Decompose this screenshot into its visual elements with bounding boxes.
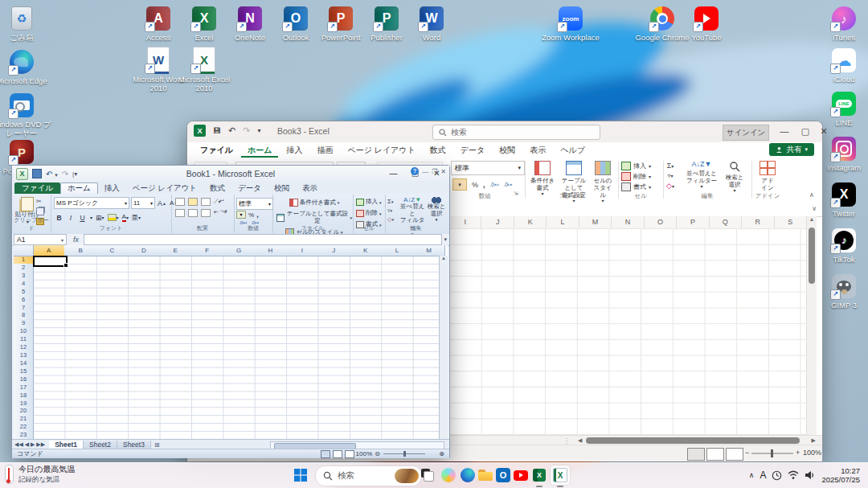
desktop-icon-windows-dvd-player[interactable]: ↗Windows DVD プレーヤー <box>0 92 52 138</box>
comma-style-button[interactable]: , <box>483 181 485 189</box>
column-header-G[interactable]: G <box>223 245 255 256</box>
column-header-E[interactable]: E <box>160 245 192 256</box>
zoom-out-button[interactable]: ⊖ <box>375 450 380 457</box>
minimize-button[interactable]: — <box>774 121 795 141</box>
desktop-icon-word[interactable]: W↗Word <box>401 5 462 43</box>
column-header-I[interactable]: I <box>286 245 318 256</box>
align-left-icon[interactable] <box>175 209 185 217</box>
align-top-icon[interactable] <box>175 198 185 206</box>
insert-cells-button[interactable]: 挿入▾ <box>621 162 651 170</box>
desktop-icon-icloud[interactable]: ☁↗iCloud <box>813 47 868 84</box>
zoom-slider-handle[interactable] <box>403 451 406 457</box>
sheet-nav-icons[interactable]: ◀◀ ◀ ▶ ▶▶ <box>14 441 45 448</box>
desktop-icon-excel-2010[interactable]: X↗Microsoft Excel 2010 <box>174 47 235 93</box>
file-explorer-icon[interactable] <box>476 465 495 485</box>
autosum-button[interactable]: Σ▾ <box>666 162 674 170</box>
number-format-select[interactable]: 標準▾ <box>236 198 273 210</box>
workbook-close-icon[interactable]: ✕ <box>440 168 446 175</box>
name-box[interactable]: A1▾ <box>14 234 67 245</box>
hidden-icons-chevron[interactable]: ∧ <box>749 471 755 479</box>
tab-表示[interactable]: 表示 <box>523 143 552 158</box>
zoom-level[interactable]: 100% <box>356 450 372 457</box>
vertical-scrollbar-thumb[interactable] <box>809 228 815 284</box>
tab-数式[interactable]: 数式 <box>424 143 452 158</box>
column-header-S[interactable]: S <box>775 216 807 228</box>
start-button[interactable] <box>291 465 310 485</box>
tab-ヘルプ[interactable]: ヘルプ <box>554 143 592 158</box>
clear-button[interactable]: ◇▾ <box>666 182 674 190</box>
formula-input[interactable] <box>84 234 442 245</box>
youtube-icon[interactable] <box>511 465 530 485</box>
column-headers[interactable]: IJKLMNOPQRS <box>449 216 807 229</box>
delete-cells-button[interactable]: 削除▾ <box>355 209 383 218</box>
column-header-L[interactable]: L <box>381 245 413 256</box>
scroll-left-icon[interactable]: ◀ <box>578 437 582 444</box>
fill-button[interactable]: ▿▾ <box>666 172 674 179</box>
column-header-K[interactable]: K <box>514 216 547 228</box>
normal-view-button[interactable] <box>321 450 330 458</box>
weather-widget[interactable]: 今日の最高気温 記録的な気温 <box>5 464 75 485</box>
decrease-decimal-icon[interactable]: .0↦ <box>503 182 512 188</box>
delete-cells-button[interactable]: 削除▾ <box>621 172 651 181</box>
edge-icon[interactable] <box>458 465 477 485</box>
page-break-view-button[interactable] <box>345 450 354 458</box>
page-break-view-button[interactable] <box>726 448 743 461</box>
normal-view-button[interactable] <box>687 448 705 461</box>
column-header-D[interactable]: D <box>128 245 160 256</box>
wrap-text-icon[interactable]: ↩ <box>219 198 227 204</box>
qat-customize-icon[interactable]: ▾ <box>257 127 260 134</box>
tab-ページ レイアウト[interactable]: ページ レイアウト <box>126 183 203 194</box>
format-cells-button[interactable]: 書式▾ <box>621 182 651 191</box>
fill-color-icon[interactable]: ▾ <box>107 213 120 222</box>
ime-indicator[interactable]: A <box>760 470 766 481</box>
sheet-grid[interactable] <box>449 228 807 435</box>
column-header-J[interactable]: J <box>481 216 514 228</box>
task-view-button[interactable] <box>418 465 437 485</box>
column-header-Q[interactable]: Q <box>710 216 742 228</box>
autosum-button[interactable]: Σ▾ <box>387 198 394 205</box>
column-header-F[interactable]: F <box>191 245 223 256</box>
copy-icon[interactable] <box>36 207 44 215</box>
excel-2010-titlebar[interactable]: X ↶ ▾ ↷ |▾ Book1 - Microsoft Excel — ▢ ✕ <box>12 166 449 182</box>
desktop-icon-youtube[interactable]: ↗YouTube <box>676 5 737 43</box>
wifi-icon[interactable] <box>788 470 799 480</box>
addins-button[interactable]: アド イン <box>756 161 779 191</box>
search-box[interactable]: 検索 <box>432 125 600 140</box>
align-middle-icon[interactable] <box>188 198 198 206</box>
column-header-K[interactable]: K <box>350 245 382 256</box>
font-size-select[interactable]: 11▾ <box>131 197 155 209</box>
column-header-M[interactable]: M <box>413 245 445 256</box>
font-color-icon[interactable]: A▾ <box>121 212 129 223</box>
close-button[interactable]: ✕ <box>814 121 833 141</box>
sheet-tab-Sheet3[interactable]: Sheet3 <box>117 441 151 449</box>
maximize-button[interactable]: ▢ <box>795 121 816 141</box>
currency-icon[interactable]: ▾ <box>236 211 246 219</box>
font-name-select[interactable]: MS Pゴシック▾ <box>54 197 129 209</box>
number-dialog-launcher[interactable]: ⇲ <box>514 191 518 197</box>
column-header-C[interactable]: C <box>96 245 129 256</box>
tab-挿入[interactable]: 挿入 <box>280 143 309 158</box>
workbook-restore-icon[interactable]: ❐ <box>432 168 437 175</box>
percent-style-button[interactable]: % <box>248 211 254 219</box>
column-header-R[interactable]: R <box>742 216 774 228</box>
page-layout-view-button[interactable] <box>333 450 342 458</box>
column-header-L[interactable]: L <box>547 216 579 228</box>
italic-button[interactable]: I <box>66 213 76 223</box>
desktop-icon-microsoft-edge[interactable]: ↗Microsoft Edge <box>0 48 52 86</box>
formula-bar-expand-icon[interactable]: ∨ <box>812 205 817 212</box>
tab-数式[interactable]: 数式 <box>203 183 231 194</box>
column-header-O[interactable]: O <box>645 216 677 228</box>
clear-button[interactable]: ◇▾ <box>387 216 394 223</box>
outlook-icon[interactable]: O <box>493 465 513 485</box>
align-center-icon[interactable] <box>188 209 198 217</box>
volume-icon[interactable] <box>805 470 816 480</box>
grow-font-icon[interactable]: A▲ <box>157 199 167 208</box>
horizontal-scrollbar-thumb[interactable] <box>586 437 800 444</box>
tab-描画[interactable]: 描画 <box>310 143 339 158</box>
select-all-corner[interactable] <box>14 245 34 256</box>
tab-file[interactable]: ファイル <box>14 182 60 194</box>
merge-center-icon[interactable]: ⇔▾ <box>219 207 227 213</box>
clock[interactable]: 10:27 2025/07/25 <box>821 466 865 485</box>
zoom-in-button[interactable]: ⊕ <box>439 450 444 457</box>
underline-arrow[interactable]: ▾ <box>89 214 93 221</box>
